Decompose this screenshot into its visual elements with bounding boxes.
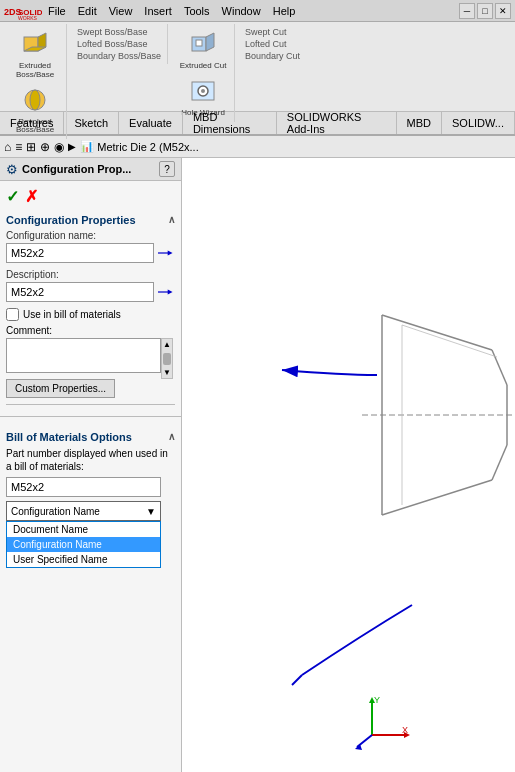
tabs-bar: Features Sketch Evaluate MBD Dimensions … <box>0 112 515 136</box>
window-maximize[interactable]: □ <box>477 3 493 19</box>
toolbar-group-swept: Swept Boss/Base Lofted Boss/Base Boundar… <box>71 24 168 64</box>
panel-icon-grid[interactable]: ⊞ <box>26 140 36 154</box>
breadcrumb-icon: 📊 <box>80 140 94 153</box>
menu-edit[interactable]: Edit <box>72 0 103 21</box>
bom-option-user[interactable]: User Specified Name <box>7 552 160 567</box>
tab-mbd[interactable]: MBD <box>397 112 442 134</box>
config-collapse-btn[interactable]: ∧ <box>168 214 175 226</box>
toolbar-group-revolved-cut: Swept Cut Lofted Cut Boundary Cut <box>239 24 306 64</box>
bom-part-number-desc: Part number displayed when used in a bil… <box>6 447 175 473</box>
bom-dropdown-menu: Document Name Configuration Name User Sp… <box>6 521 161 568</box>
swept-cut-label: Swept Cut <box>241 26 304 38</box>
extruded-cut-icon <box>187 28 219 60</box>
svg-marker-15 <box>168 251 173 256</box>
hole-wizard-icon <box>187 75 219 107</box>
comment-label: Comment: <box>6 325 175 336</box>
bom-dropdown[interactable]: Configuration Name ▼ <box>6 501 161 521</box>
bom-option-config[interactable]: Configuration Name <box>7 537 160 552</box>
left-panel: ⚙ Configuration Prop... ? ✓ ✗ Configurat… <box>0 158 182 772</box>
tab-solidw[interactable]: SOLIDW... <box>442 112 515 134</box>
toolbar-area: Extruded Boss/Base Revolved Boss/Base Sw… <box>0 22 515 112</box>
menu-file[interactable]: File <box>42 0 72 21</box>
lofted-boss-label: Lofted Boss/Base <box>73 38 165 50</box>
extruded-boss-btn[interactable]: Extruded Boss/Base <box>6 26 64 82</box>
bom-part-number-input[interactable] <box>6 477 161 497</box>
menu-insert[interactable]: Insert <box>138 0 178 21</box>
section-divider <box>6 404 175 408</box>
menu-tools[interactable]: Tools <box>178 0 216 21</box>
arrow-right-1 <box>158 245 175 261</box>
panel-icon-list[interactable]: ≡ <box>15 140 22 154</box>
swept-boss-label: Swept Boss/Base <box>73 26 165 38</box>
use-in-bom-label: Use in bill of materials <box>23 309 121 320</box>
use-in-bom-row: Use in bill of materials <box>6 308 175 321</box>
help-btn[interactable]: ? <box>159 161 175 177</box>
panel-header: ⚙ Configuration Prop... ? <box>0 158 181 181</box>
panel-title: Configuration Prop... <box>22 163 131 175</box>
config-prop-icon: ⚙ <box>6 162 18 177</box>
secondary-toolbar: ⌂ ≡ ⊞ ⊕ ◉ ▶ 📊 Metric Die 2 (M52x... <box>0 136 515 158</box>
prop-actions: ✓ ✗ <box>6 187 175 206</box>
3d-model-view <box>182 158 515 772</box>
panel-icon-color[interactable]: ◉ <box>54 140 64 154</box>
extrude-label: Extruded Boss/Base <box>10 62 60 80</box>
breadcrumb-area: 📊 Metric Die 2 (M52x... <box>80 140 198 153</box>
bom-options-title: Bill of Materials Options ∧ <box>6 431 175 443</box>
breadcrumb-text: Metric Die 2 (M52x... <box>97 141 198 153</box>
menu-window[interactable]: Window <box>216 0 267 21</box>
window-minimize[interactable]: ─ <box>459 3 475 19</box>
panel-icon-crosshair[interactable]: ⊕ <box>40 140 50 154</box>
revolve-icon <box>19 84 51 116</box>
tab-mbd-dimensions[interactable]: MBD Dimensions <box>183 112 277 134</box>
svg-text:WORKS: WORKS <box>18 15 38 20</box>
main-area: ⚙ Configuration Prop... ? ✓ ✗ Configurat… <box>0 158 515 772</box>
svg-text:X: X <box>402 725 408 735</box>
boundary-cut-label: Boundary Cut <box>241 50 304 62</box>
panel-icon-arrow: ▶ <box>68 141 76 152</box>
menu-bar: 2DS SOLID WORKS File Edit View Insert To… <box>0 0 515 22</box>
bom-option-document[interactable]: Document Name <box>7 522 160 537</box>
tab-evaluate[interactable]: Evaluate <box>119 112 183 134</box>
tab-features[interactable]: Features <box>0 112 64 134</box>
use-in-bom-checkbox[interactable] <box>6 308 19 321</box>
extrude-icon <box>19 28 51 60</box>
svg-point-13 <box>201 89 205 93</box>
bom-collapse-btn[interactable]: ∧ <box>168 431 175 443</box>
boundary-boss-label: Boundary Boss/Base <box>73 50 165 62</box>
extruded-cut-label: Extruded Cut <box>178 62 228 71</box>
svg-point-7 <box>30 90 40 110</box>
menu-help[interactable]: Help <box>267 0 302 21</box>
config-properties-section: Configuration Properties ∧ Configuration… <box>6 214 175 402</box>
svg-marker-10 <box>206 33 214 51</box>
config-name-label: Configuration name: <box>6 230 175 241</box>
chevron-down-icon: ▼ <box>146 506 156 517</box>
arrow-right-2 <box>158 284 175 300</box>
custom-properties-btn[interactable]: Custom Properties... <box>6 379 115 398</box>
bom-options-section: Bill of Materials Options ∧ Part number … <box>0 416 181 574</box>
cancel-btn[interactable]: ✗ <box>25 187 38 206</box>
svg-text:Y: Y <box>374 695 380 705</box>
config-name-input[interactable] <box>6 243 154 263</box>
svg-rect-9 <box>196 40 202 46</box>
config-properties-title: Configuration Properties ∧ <box>6 214 175 226</box>
toolbar-group-cut: Extruded Cut Hole Wizard <box>172 24 235 122</box>
svg-line-21 <box>382 480 492 515</box>
svg-marker-17 <box>168 290 173 295</box>
svg-line-26 <box>402 325 497 357</box>
svg-line-22 <box>492 350 507 385</box>
comment-scrollbar[interactable]: ▲ ▼ <box>161 338 173 379</box>
confirm-btn[interactable]: ✓ <box>6 187 19 206</box>
tab-solidworks-addins[interactable]: SOLIDWORKS Add-Ins <box>277 112 397 134</box>
svg-line-20 <box>382 315 492 350</box>
tab-sketch[interactable]: Sketch <box>64 112 119 134</box>
extruded-cut-btn[interactable]: Extruded Cut <box>174 26 232 73</box>
window-close[interactable]: ✕ <box>495 3 511 19</box>
config-properties-panel: ✓ ✗ Configuration Properties ∧ Configura… <box>0 181 181 416</box>
panel-icon-home[interactable]: ⌂ <box>4 140 11 154</box>
description-label: Description: <box>6 269 175 280</box>
menu-view[interactable]: View <box>103 0 139 21</box>
coordinate-axes: Y X <box>352 695 412 752</box>
solidworks-logo: 2DS SOLID WORKS <box>4 2 42 20</box>
comment-textarea[interactable] <box>6 338 161 373</box>
description-input[interactable] <box>6 282 154 302</box>
